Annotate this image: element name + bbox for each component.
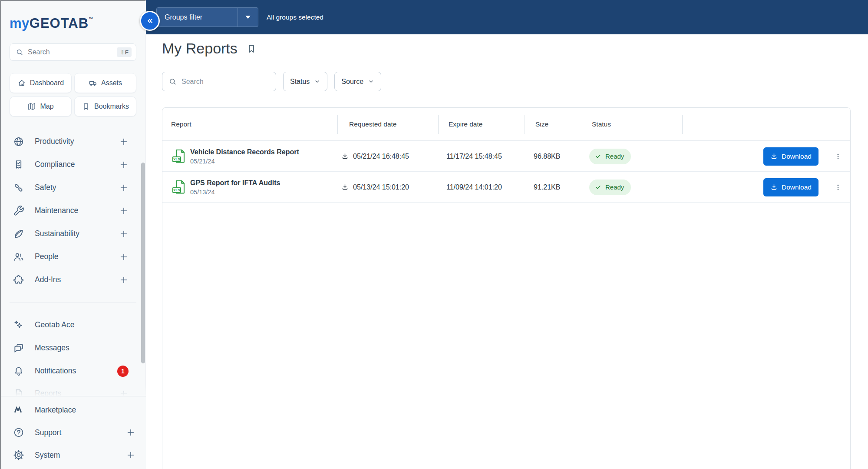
reports-search-input[interactable] <box>182 78 271 86</box>
kebab-menu-icon <box>834 183 842 191</box>
wrench-icon <box>13 205 24 216</box>
bell-icon <box>13 366 24 377</box>
report-title: GPS Report for IFTA Audits <box>190 179 280 187</box>
sidebar-divider <box>10 303 136 303</box>
requested-date-value: 05/13/24 15:01:20 <box>353 183 409 191</box>
requested-date-value: 05/21/24 16:48:45 <box>353 153 409 160</box>
sidebar-item-addins[interactable]: Add-Ins <box>10 268 136 291</box>
column-header-status: Status <box>592 108 611 141</box>
plus-icon[interactable] <box>126 428 135 437</box>
sidebar-item-label: Productivity <box>35 137 74 146</box>
sidebar-scrollbar[interactable] <box>141 163 145 363</box>
download-icon <box>770 183 778 191</box>
logo-geotab: GEOTAB <box>30 16 89 31</box>
header-separator <box>525 115 525 134</box>
status-badge: Ready <box>589 180 631 195</box>
sidebar-item-maintenance[interactable]: Maintenance <box>10 199 136 222</box>
sidebar-item-label: People <box>35 252 59 261</box>
download-icon <box>770 153 778 160</box>
table-header: Report Requested date Expire date Size S… <box>162 108 850 141</box>
sidebar-search-input[interactable] <box>28 48 117 56</box>
chevron-down-icon <box>314 78 320 85</box>
svg-text:XLS: XLS <box>173 188 180 192</box>
bookmark-page-icon[interactable] <box>246 43 257 54</box>
sidebar-collapse-button[interactable] <box>140 11 160 31</box>
notification-badge: 1 <box>117 366 129 377</box>
groups-filter-label[interactable]: Groups filter <box>157 8 238 27</box>
source-filter-label: Source <box>341 78 363 86</box>
table-row: XLS Vehicle Distance Records Report 05/2… <box>162 141 850 172</box>
quick-buttons: Dashboard Assets Map Bookmarks <box>10 73 136 116</box>
status-badge: Ready <box>589 149 631 164</box>
status-label: Ready <box>605 183 624 191</box>
column-header-expire-date: Expire date <box>449 108 482 141</box>
mygeotab-app: myGEOTAB™ ⇧F Dashboard Assets Map Bookma… <box>0 0 868 469</box>
groups-filter-button[interactable]: Groups filter <box>156 7 258 27</box>
sidebar-item-messages[interactable]: Messages <box>10 336 136 359</box>
marketplace-geotab-icon <box>13 404 24 416</box>
download-button[interactable]: Download <box>763 178 818 196</box>
reports-search[interactable] <box>162 72 276 91</box>
search-icon <box>168 77 177 86</box>
sidebar-item-people[interactable]: People <box>10 245 136 268</box>
report-name-cell[interactable]: Vehicle Distance Records Report 05/21/24 <box>190 141 299 172</box>
sidebar-item-notifications[interactable]: Notifications 1 <box>10 359 136 383</box>
bookmark-icon <box>82 102 90 111</box>
sidebar-item-productivity[interactable]: Productivity <box>10 130 136 153</box>
svg-text:XLS: XLS <box>173 157 180 161</box>
sidebar: myGEOTAB™ ⇧F Dashboard Assets Map Bookma… <box>0 0 146 469</box>
row-overflow-menu-button[interactable] <box>832 149 845 164</box>
sidebar-item-sustainability[interactable]: Sustainability <box>10 222 136 245</box>
topbar: Groups filter All groups selected <box>146 0 868 34</box>
people-icon <box>13 251 24 263</box>
expire-date-cell: 11/09/24 14:01:20 <box>446 172 502 203</box>
sparkles-icon <box>13 319 24 331</box>
groups-filter-dropdown[interactable] <box>238 8 258 27</box>
sidebar-search[interactable]: ⇧F <box>10 43 136 61</box>
plus-icon[interactable] <box>119 137 129 146</box>
download-button-label: Download <box>782 183 812 191</box>
map-button[interactable]: Map <box>10 96 72 116</box>
sidebar-item-compliance[interactable]: Compliance <box>10 153 136 176</box>
help-icon <box>13 427 24 438</box>
plus-icon[interactable] <box>119 160 129 170</box>
source-filter-dropdown[interactable]: Source <box>334 72 381 91</box>
requested-date-cell: 05/13/24 15:01:20 <box>341 172 409 203</box>
action-cell: Download <box>763 172 818 203</box>
bookmarks-button[interactable]: Bookmarks <box>74 96 136 116</box>
gear-icon <box>13 449 24 461</box>
row-more-cell <box>830 172 846 203</box>
sidebar-tools: Geotab Ace Messages Notifications 1 <box>10 313 136 383</box>
quick-button-label: Map <box>40 103 53 110</box>
status-filter-dropdown[interactable]: Status <box>283 72 327 91</box>
row-more-cell <box>830 141 846 172</box>
sidebar-item-geotab-ace[interactable]: Geotab Ace <box>10 313 136 336</box>
plus-icon[interactable] <box>119 252 129 262</box>
report-date: 05/13/24 <box>190 189 215 196</box>
sidebar-item-safety[interactable]: Safety <box>10 176 136 199</box>
triangle-down-icon <box>245 16 251 19</box>
logo-my: my <box>10 16 30 31</box>
map-icon <box>27 102 36 111</box>
download-button[interactable]: Download <box>763 147 818 166</box>
row-overflow-menu-button[interactable] <box>832 180 845 195</box>
page-title: My Reports <box>162 40 238 57</box>
download-small-icon <box>341 183 349 191</box>
plus-icon[interactable] <box>126 450 135 460</box>
report-name-cell[interactable]: GPS Report for IFTA Audits 05/13/24 <box>190 172 280 203</box>
size-cell: 91.21KB <box>534 172 560 203</box>
file-type-cell: XLS <box>171 172 187 203</box>
sidebar-item-label: Messages <box>35 343 69 353</box>
assets-button[interactable]: Assets <box>74 73 136 93</box>
plus-icon[interactable] <box>119 183 129 193</box>
plus-icon[interactable] <box>119 229 129 239</box>
xls-file-icon: XLS <box>171 179 187 196</box>
sidebar-item-marketplace[interactable]: Marketplace <box>10 399 136 421</box>
reports-table-card: Report Requested date Expire date Size S… <box>162 107 851 469</box>
plus-icon[interactable] <box>119 275 129 285</box>
sidebar-item-support[interactable]: Support <box>10 421 136 444</box>
dashboard-button[interactable]: Dashboard <box>10 73 72 93</box>
sidebar-menu: Productivity Compliance Safety Maintenan… <box>10 130 136 291</box>
plus-icon[interactable] <box>119 206 129 216</box>
sidebar-item-system[interactable]: System <box>10 444 136 466</box>
